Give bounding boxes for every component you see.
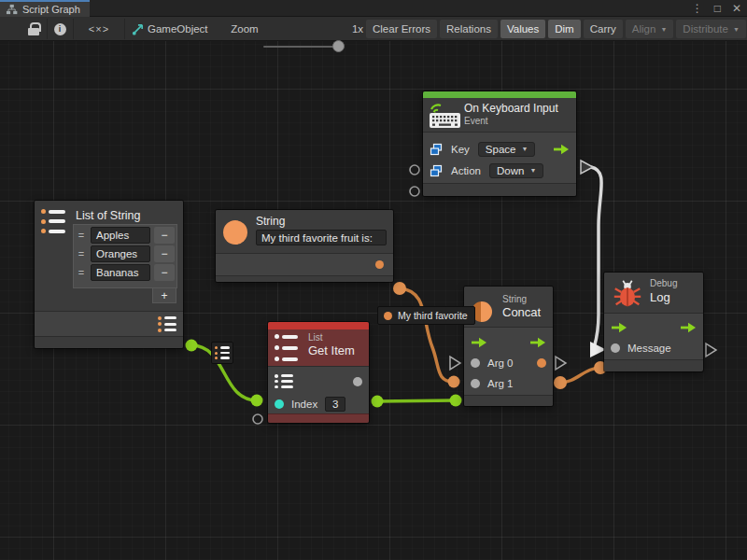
node-category: Debug [650, 278, 699, 288]
divider [47, 19, 48, 39]
node-on-keyboard-input[interactable]: On Keyboard Input Event Key Space▼ [423, 91, 576, 196]
node-title: Log [650, 290, 699, 304]
unity-script-graph-window: Script Graph ⋮ □ ✕ i <×> GameObject Zoom… [0, 0, 747, 560]
remove-item-button[interactable]: − [154, 227, 175, 244]
clear-errors-button[interactable]: Clear Errors [366, 20, 437, 38]
flow-output-arrow-icon[interactable] [553, 144, 570, 155]
window-menu-icon[interactable]: ⋮ [692, 3, 703, 14]
node-title: On Keyboard Input [464, 102, 571, 115]
list-item-row: = Oranges − [76, 245, 175, 262]
dim-toggle[interactable]: Dim [548, 20, 580, 38]
event-accent-bar [423, 91, 576, 98]
zoom-slider-knob[interactable] [332, 40, 345, 52]
values-toggle[interactable]: Values [500, 20, 545, 38]
node-title: Concat [502, 305, 549, 319]
distribute-menu-button[interactable]: Distribute▼ [676, 20, 746, 38]
unconnected-port-index[interactable] [253, 414, 262, 424]
wire-endpoint[interactable] [448, 376, 460, 388]
tab-title: Script Graph [22, 4, 80, 15]
wire-getitem-to-concat[interactable] [377, 400, 456, 401]
list-input-port[interactable] [275, 374, 293, 388]
item-output-port[interactable] [353, 377, 362, 386]
index-field[interactable]: 3 [325, 397, 345, 412]
list-icon [215, 346, 230, 359]
flow-input-arrow-icon[interactable] [611, 322, 627, 333]
index-input-port[interactable] [275, 399, 284, 409]
action-dropdown[interactable]: Down▼ [489, 163, 543, 178]
wire-event-to-log[interactable] [591, 167, 601, 348]
carry-toggle[interactable]: Carry [584, 20, 623, 38]
node-list-of-string[interactable]: List of String = Apples − = Oranges − = [35, 201, 183, 348]
unconnected-flow-out-concat[interactable] [556, 357, 566, 370]
list-icon [275, 334, 301, 361]
drag-handle-icon[interactable]: = [76, 248, 87, 259]
remove-item-button[interactable]: − [154, 264, 175, 281]
node-subtitle: Event [464, 116, 571, 126]
inspect-button[interactable]: i [49, 17, 71, 41]
tab-script-graph[interactable]: Script Graph [0, 0, 90, 17]
close-icon[interactable]: ✕ [732, 3, 741, 14]
wire-endpoint[interactable] [251, 395, 263, 407]
flow-input-arrow-icon[interactable] [471, 337, 487, 348]
arg1-label: Arg 1 [487, 378, 514, 389]
zoom-label: Zoom [230, 17, 260, 41]
arg1-input-port[interactable] [471, 379, 480, 388]
node-title: List of String [76, 209, 140, 222]
list-item-field[interactable]: Oranges [91, 245, 150, 262]
flow-source-triangle[interactable] [581, 161, 593, 174]
wire-endpoint[interactable] [393, 282, 406, 295]
edit-script-button[interactable]: <×> [80, 17, 118, 41]
title-bar: Script Graph ⋮ □ ✕ [0, 0, 747, 17]
remove-item-button[interactable]: − [154, 245, 175, 262]
chevron-down-icon: ▼ [660, 26, 667, 33]
wire-value-badge-list [211, 342, 233, 364]
node-concat[interactable]: String Concat Arg 0 [464, 287, 553, 406]
lock-button[interactable] [22, 17, 45, 41]
wire-endpoint[interactable] [554, 376, 567, 389]
flow-output-arrow-icon[interactable] [529, 337, 546, 348]
string-output-port[interactable] [375, 260, 384, 269]
flow-output-arrow-icon[interactable] [680, 322, 697, 333]
drag-handle-icon[interactable]: = [76, 230, 87, 241]
list-item-field[interactable]: Apples [91, 227, 150, 244]
bug-icon [611, 275, 644, 311]
index-label: Index [291, 399, 317, 410]
unconnected-port-action[interactable] [410, 187, 419, 196]
unconnected-port-key[interactable] [410, 165, 419, 175]
string-value-field[interactable]: My third favorite fruit is: [256, 230, 387, 245]
string-icon [223, 220, 247, 245]
arg0-input-port[interactable] [471, 358, 480, 368]
graph-canvas[interactable]: List of String = Apples − = Oranges − = [0, 41, 747, 560]
node-debug-log[interactable]: Debug Log Message [604, 273, 703, 371]
list-output-port[interactable] [158, 316, 176, 332]
key-port-label: Key [451, 144, 470, 155]
relations-button[interactable]: Relations [440, 20, 498, 38]
wire-string-to-concat[interactable] [400, 288, 454, 382]
divider [124, 19, 125, 39]
result-output-port[interactable] [537, 358, 546, 368]
list-item-field[interactable]: Bananas [91, 264, 150, 281]
add-item-button[interactable]: + [152, 288, 176, 303]
wire-value-badge-string: My third favorite fr... [377, 306, 475, 325]
node-category: List [308, 332, 365, 343]
key-dropdown[interactable]: Space▼ [478, 142, 536, 157]
wire-endpoint[interactable] [450, 395, 462, 407]
divider [73, 19, 74, 39]
wire-endpoint[interactable] [372, 396, 384, 408]
align-menu-button[interactable]: Align▼ [626, 20, 674, 38]
wire-endpoint[interactable] [186, 340, 198, 352]
chevron-down-icon: ▼ [733, 26, 740, 33]
node-title: String [256, 215, 387, 228]
node-get-item[interactable]: List Get Item Index 3 [268, 322, 369, 423]
chevron-down-icon: ▼ [529, 167, 536, 174]
maximize-icon[interactable]: □ [714, 3, 721, 14]
message-label: Message [627, 343, 671, 354]
node-string-literal[interactable]: String My third favorite fruit is: [216, 210, 393, 282]
unconnected-flow-in-concat[interactable] [450, 357, 460, 370]
drag-handle-icon[interactable]: = [76, 267, 87, 278]
gameobject-target[interactable] [129, 17, 146, 41]
list-icon [41, 209, 67, 233]
unconnected-flow-out-log[interactable] [706, 343, 716, 357]
node-category: String [502, 294, 549, 304]
message-input-port[interactable] [611, 343, 620, 353]
